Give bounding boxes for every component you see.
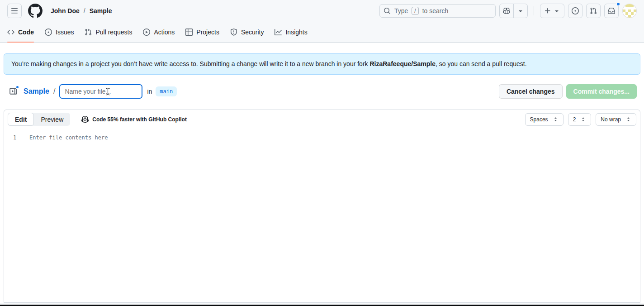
branch-badge[interactable]: main [156, 86, 177, 96]
global-header: John Doe / Sample Type / to search [0, 0, 644, 43]
expand-file-tree-button[interactable] [7, 86, 19, 97]
caret-down-icon [553, 7, 560, 14]
repo-link[interactable]: Sample [24, 87, 49, 96]
banner-fork-name: RizaRafeeque/Sample [369, 60, 436, 67]
notification-dot [616, 2, 620, 6]
avatar[interactable] [622, 4, 637, 18]
hamburger-button[interactable] [7, 4, 22, 18]
breadcrumb: John Doe / Sample [51, 7, 112, 14]
tab-edit[interactable]: Edit [8, 113, 34, 126]
graph-icon [275, 29, 282, 36]
nav-tab-label: Code [18, 29, 34, 36]
code-editor[interactable]: 1 Enter file contents here [4, 129, 640, 142]
pull-request-icon [85, 29, 92, 36]
slash-keycap: / [412, 7, 418, 15]
create-new-button[interactable] [540, 4, 564, 18]
nav-tab-insights[interactable]: Insights [271, 22, 311, 42]
nav-tab-security[interactable]: Security [227, 22, 268, 42]
search-placeholder-suffix: to search [422, 7, 449, 14]
copilot-promo-label: Code 55% faster with GitHub Copilot [92, 116, 187, 123]
updown-icon [553, 116, 559, 122]
path-separator: / [53, 87, 55, 96]
nav-tab-code[interactable]: Code [4, 22, 38, 42]
nav-tab-label: Pull requests [95, 29, 132, 36]
issues-button[interactable] [568, 4, 582, 18]
nav-tab-label: Insights [285, 29, 307, 36]
changes-dot [15, 85, 19, 89]
code-icon [7, 29, 14, 36]
breadcrumb-owner[interactable]: John Doe [51, 7, 80, 14]
nav-tab-label: Issues [56, 29, 74, 36]
inbox-icon [608, 7, 615, 14]
copilot-split-button [499, 4, 528, 18]
copilot-menu-button[interactable] [513, 4, 527, 18]
indent-size-value: 2 [573, 116, 576, 123]
breadcrumb-separator: / [84, 7, 85, 14]
shield-icon [230, 29, 237, 36]
hamburger-icon [11, 7, 18, 14]
indent-size-select[interactable]: 2 [568, 113, 592, 126]
copilot-button[interactable] [500, 4, 513, 18]
line-number: 1 [4, 133, 29, 142]
nav-tab-issues[interactable]: Issues [41, 22, 77, 42]
play-icon [143, 29, 150, 36]
search-icon [384, 7, 391, 14]
caret-down-icon [517, 7, 524, 14]
wrap-mode-select[interactable]: No wrap [596, 113, 636, 126]
copilot-icon [503, 7, 510, 14]
banner-text-after: , so you can send a pull request. [436, 60, 527, 67]
header-divider [534, 6, 534, 15]
issue-opened-icon [45, 29, 52, 36]
file-editor-panel: Edit Preview Code 55% faster with GitHub… [4, 110, 640, 303]
plus-icon [544, 7, 551, 14]
indent-mode-value: Spaces [530, 116, 548, 123]
tab-preview[interactable]: Preview [34, 113, 70, 126]
updown-icon [580, 116, 586, 122]
file-bar: Sample / in main Cancel changes Commit c… [4, 84, 640, 99]
nav-tab-pull-requests[interactable]: Pull requests [81, 22, 136, 42]
filename-input[interactable] [59, 84, 142, 99]
banner-text-before: You’re making changes in a project you d… [11, 60, 369, 67]
copilot-icon [81, 116, 89, 123]
in-label: in [147, 88, 152, 95]
issue-opened-icon [572, 7, 579, 14]
github-logo[interactable] [28, 4, 43, 18]
updown-icon [625, 116, 631, 122]
wrap-mode-value: No wrap [601, 116, 621, 123]
nav-tab-label: Security [241, 29, 264, 36]
global-search-input[interactable]: Type / to search [379, 4, 496, 18]
editor-placeholder: Enter file contents here [29, 133, 108, 142]
copilot-promo[interactable]: Code 55% faster with GitHub Copilot [81, 116, 187, 123]
nav-tab-label: Projects [196, 29, 219, 36]
pull-request-icon [590, 7, 597, 14]
nav-tab-projects[interactable]: Projects [182, 22, 223, 42]
edit-preview-switch: Edit Preview [8, 113, 70, 126]
commit-changes-button[interactable]: Commit changes... [566, 84, 637, 99]
editor-toolbar: Edit Preview Code 55% faster with GitHub… [4, 110, 640, 129]
nav-tab-actions[interactable]: Actions [139, 22, 178, 42]
nav-tab-label: Actions [154, 29, 175, 36]
search-placeholder-prefix: Type [394, 7, 408, 14]
cancel-changes-button[interactable]: Cancel changes [499, 84, 563, 99]
pull-requests-button[interactable] [586, 4, 601, 18]
indent-mode-select[interactable]: Spaces [525, 113, 564, 126]
breadcrumb-repo[interactable]: Sample [90, 7, 112, 14]
table-icon [185, 29, 193, 36]
repo-nav: Code Issues Pull requests Actions Projec… [0, 22, 644, 42]
write-access-banner: You’re making changes in a project you d… [4, 53, 640, 75]
